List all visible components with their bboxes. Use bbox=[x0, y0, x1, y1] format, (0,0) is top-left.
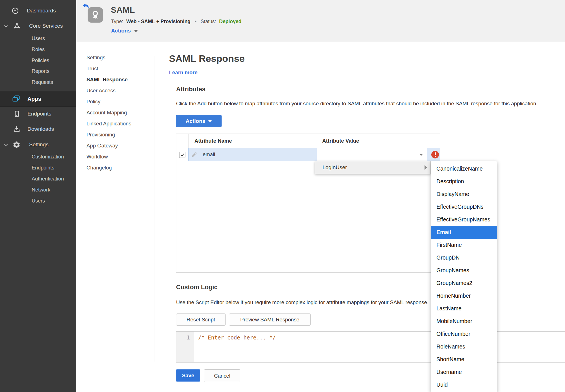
type-value: Web - SAML + Provisioning bbox=[126, 19, 191, 24]
attributes-description: Click the Add button below to map attrib… bbox=[176, 101, 538, 107]
learn-more-link[interactable]: Learn more bbox=[169, 69, 198, 76]
page-title: SAML Response bbox=[169, 53, 245, 64]
sidebar-item-authentication[interactable]: Authentication bbox=[32, 176, 64, 182]
actions-button-label: Actions bbox=[186, 118, 205, 124]
column-header-attribute-name: Attribute Name bbox=[194, 138, 232, 144]
menu-item-label: LoginUser bbox=[322, 164, 347, 171]
core-services-icon bbox=[13, 22, 21, 30]
tab-provisioning[interactable]: Provisioning bbox=[86, 132, 115, 138]
column-divider bbox=[317, 134, 317, 148]
tab-trust[interactable]: Trust bbox=[86, 66, 98, 72]
attribute-submenu: CanonicalizeName Description DisplayName… bbox=[431, 161, 497, 392]
preview-saml-response-button[interactable]: Preview SAML Response bbox=[229, 313, 311, 326]
attribute-value-combobox[interactable] bbox=[317, 148, 427, 161]
tab-workflow[interactable]: Workflow bbox=[86, 154, 108, 160]
chevron-down-icon bbox=[208, 120, 212, 122]
sidebar-item-label: Apps bbox=[27, 96, 41, 102]
row-checkbox[interactable] bbox=[179, 152, 185, 158]
error-icon bbox=[431, 151, 439, 158]
submenu-item-effectivegroupdns[interactable]: EffectiveGroupDNs bbox=[431, 201, 497, 213]
tab-linked-applications[interactable]: Linked Applications bbox=[86, 121, 131, 127]
sidebar-item-label: Core Services bbox=[29, 23, 63, 29]
sidebar-item-users[interactable]: Users bbox=[32, 36, 45, 42]
sidebar-item-requests[interactable]: Requests bbox=[32, 79, 53, 85]
custom-logic-description: Use the Script Editor below if you requi… bbox=[176, 299, 428, 306]
subnav-divider bbox=[155, 56, 155, 361]
status-label: Status: bbox=[201, 19, 216, 24]
dashboard-gauge-icon bbox=[11, 7, 19, 15]
submenu-item-username[interactable]: Username bbox=[431, 366, 497, 378]
app-title: SAML bbox=[111, 5, 135, 15]
sidebar-item-customization[interactable]: Customization bbox=[32, 154, 64, 160]
gear-icon bbox=[12, 141, 21, 149]
sidebar-item-settings[interactable]: Settings bbox=[0, 138, 76, 151]
app-meta: Type: Web - SAML + Provisioning • Status… bbox=[111, 19, 241, 25]
edit-pencil-icon bbox=[191, 151, 198, 159]
tab-app-gateway[interactable]: App Gateway bbox=[86, 143, 118, 149]
type-label: Type: bbox=[111, 19, 123, 24]
back-arrow-icon[interactable] bbox=[81, 1, 90, 9]
endpoint-device-icon bbox=[13, 110, 21, 118]
tab-policy[interactable]: Policy bbox=[86, 99, 100, 105]
submenu-item-groupnames[interactable]: GroupNames bbox=[431, 264, 497, 277]
attributes-section-title: Attributes bbox=[176, 86, 205, 93]
submenu-item-officenumber[interactable]: OfficeNumber bbox=[431, 328, 497, 340]
cancel-button[interactable]: Cancel bbox=[204, 369, 240, 382]
menu-item-loginuser[interactable]: LoginUser bbox=[315, 161, 431, 174]
editor-gutter: 1 bbox=[176, 332, 194, 362]
code-comment: /* Enter code here... */ bbox=[198, 334, 276, 341]
tab-settings[interactable]: Settings bbox=[86, 55, 105, 61]
download-icon bbox=[13, 125, 21, 133]
sidebar-item-endpoints[interactable]: Endpoints bbox=[0, 108, 76, 120]
submenu-item-mobilenumber[interactable]: MobileNumber bbox=[431, 315, 497, 328]
sidebar-item-network[interactable]: Network bbox=[32, 187, 50, 193]
attributes-table: Attribute Name Attribute Value email bbox=[176, 134, 440, 273]
sidebar-item-dashboards[interactable]: Dashboards bbox=[0, 5, 76, 17]
sidebar-item-label: Downloads bbox=[27, 126, 54, 132]
sidebar-item-downloads[interactable]: Downloads bbox=[0, 123, 76, 135]
sidebar-item-apps[interactable]: Apps bbox=[0, 91, 76, 107]
submenu-item-rolenames[interactable]: RoleNames bbox=[431, 340, 497, 353]
submenu-item-groupnames2[interactable]: GroupNames2 bbox=[431, 277, 497, 289]
reset-script-button[interactable]: Reset Script bbox=[176, 313, 226, 326]
app-badge bbox=[88, 7, 103, 23]
submenu-item-shortname[interactable]: ShortName bbox=[431, 353, 497, 366]
submenu-item-description[interactable]: Description bbox=[431, 175, 497, 188]
submenu-item-canonicalizename[interactable]: CanonicalizeName bbox=[431, 162, 497, 175]
submenu-item-homenumber[interactable]: HomeNumber bbox=[431, 289, 497, 302]
checkbox-cell bbox=[176, 148, 189, 161]
save-button[interactable]: Save bbox=[176, 369, 200, 382]
script-editor[interactable]: 1 /* Enter code here... */ bbox=[176, 331, 565, 363]
sidebar-item-settings-users[interactable]: Users bbox=[32, 198, 45, 204]
tab-changelog[interactable]: Changelog bbox=[86, 165, 112, 171]
tab-account-mapping[interactable]: Account Mapping bbox=[86, 110, 127, 116]
sidebar-item-settings-endpoints[interactable]: Endpoints bbox=[32, 165, 54, 171]
header-actions-menu[interactable]: Actions bbox=[111, 28, 138, 34]
chevron-down-icon bbox=[419, 154, 423, 156]
sidebar-item-policies[interactable]: Policies bbox=[32, 58, 49, 64]
submenu-item-displayname[interactable]: DisplayName bbox=[431, 188, 497, 201]
line-number: 1 bbox=[187, 334, 190, 341]
sidebar: Dashboards Core Services Users Roles Pol… bbox=[0, 0, 76, 392]
actions-label: Actions bbox=[111, 28, 131, 34]
sidebar-item-label: Endpoints bbox=[27, 111, 51, 117]
sidebar-item-reports[interactable]: Reports bbox=[32, 68, 49, 74]
submenu-item-uuid[interactable]: Uuid bbox=[431, 378, 497, 391]
tab-saml-response[interactable]: SAML Response bbox=[86, 77, 128, 83]
submenu-item-groupdn[interactable]: GroupDN bbox=[431, 251, 497, 264]
column-divider bbox=[188, 134, 189, 148]
chevron-down-icon bbox=[134, 30, 138, 32]
submenu-item-effectivegroupnames[interactable]: EffectiveGroupNames bbox=[431, 213, 497, 226]
sidebar-item-roles[interactable]: Roles bbox=[32, 47, 45, 53]
tab-user-access[interactable]: User Access bbox=[86, 88, 116, 94]
sidebar-item-core-services[interactable]: Core Services bbox=[0, 20, 76, 32]
submenu-arrow-icon bbox=[425, 165, 427, 170]
submenu-item-firstname[interactable]: FirstName bbox=[431, 239, 497, 251]
submenu-item-lastname[interactable]: LastName bbox=[431, 302, 497, 315]
table-row[interactable]: email bbox=[176, 148, 440, 161]
attribute-name-cell: email bbox=[203, 151, 215, 158]
column-header-attribute-value: Attribute Value bbox=[322, 138, 359, 144]
separator-dot: • bbox=[195, 19, 196, 24]
attributes-actions-button[interactable]: Actions bbox=[176, 115, 222, 127]
submenu-item-email[interactable]: Email bbox=[431, 226, 497, 239]
